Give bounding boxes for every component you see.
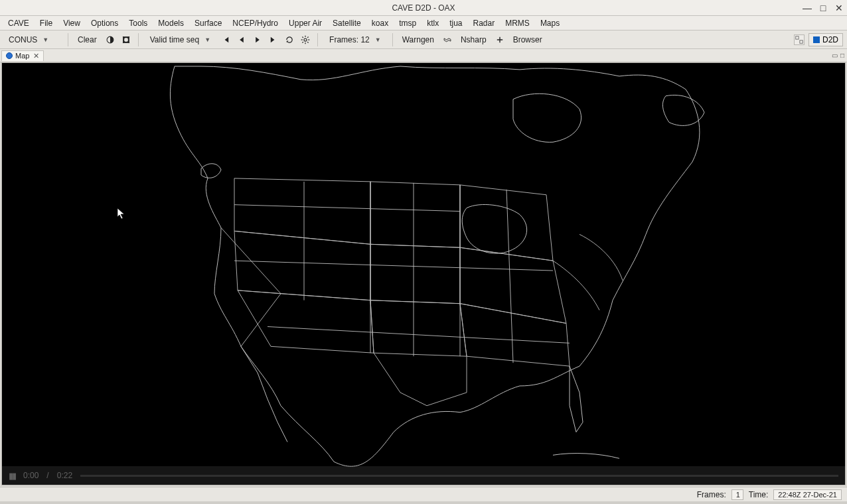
chevron-down-icon: ▼ [42, 36, 48, 43]
close-icon[interactable]: ✕ [834, 3, 844, 13]
chevron-down-icon: ▼ [375, 36, 381, 43]
browser-button[interactable]: Browser [509, 34, 546, 46]
menu-ncep[interactable]: NCEP/Hydro [227, 17, 283, 29]
taskbar-strip [0, 501, 847, 504]
tab-strip: Map ✕ ▭ □ [0, 49, 847, 62]
window-controls: — □ ✕ [802, 3, 844, 13]
menu-tools[interactable]: Tools [123, 17, 153, 29]
time-status-value: 22:48Z 27-Dec-21 [773, 489, 842, 500]
separator [138, 33, 139, 46]
clear-button[interactable]: Clear [74, 34, 101, 46]
menu-koax[interactable]: koax [366, 17, 394, 29]
chevron-down-icon: ▼ [204, 36, 210, 43]
menu-bar: CAVE File View Options Tools Models Surf… [0, 16, 847, 31]
perspective-d2d[interactable]: D2D [809, 33, 843, 46]
loop-icon[interactable] [283, 33, 296, 46]
menu-view[interactable]: View [58, 17, 86, 29]
menu-models[interactable]: Models [153, 17, 189, 29]
video-overlay: ▮▮ 0:00 / 0:22 [2, 466, 845, 485]
map-canvas[interactable] [2, 63, 845, 485]
gear-icon[interactable] [299, 33, 312, 46]
minimize-icon[interactable]: — [802, 3, 812, 13]
frames-status-value: 1 [732, 489, 743, 500]
globe-icon [6, 52, 13, 59]
svg-line-10 [307, 36, 308, 37]
video-progress[interactable] [80, 475, 838, 477]
maximize-icon[interactable]: □ [818, 3, 828, 13]
contrast-icon[interactable] [104, 33, 117, 46]
warngen-button[interactable]: Warngen [398, 34, 438, 46]
skip-end-icon[interactable] [267, 33, 280, 46]
menu-satellite[interactable]: Satellite [327, 17, 366, 29]
time-mode-selector[interactable]: Valid time seq ▼ [144, 33, 216, 46]
window-title: CAVE D2D - OAX [392, 3, 455, 13]
frames-selector[interactable]: Frames: 12 ▼ [323, 33, 387, 46]
menu-cave[interactable]: CAVE [3, 17, 35, 29]
d2d-icon [813, 36, 820, 43]
nsharp-button[interactable]: Nsharp [457, 34, 491, 46]
svg-line-9 [303, 42, 303, 42]
view-controls: ▭ □ [832, 52, 844, 59]
svg-rect-12 [800, 40, 803, 42]
time-mode-label: Valid time seq [150, 35, 199, 44]
maximize-view-icon[interactable]: □ [840, 52, 844, 59]
skip-start-icon[interactable] [219, 33, 232, 46]
menu-surface[interactable]: Surface [189, 17, 227, 29]
perspective-label: D2D [822, 35, 838, 44]
menu-radar[interactable]: Radar [468, 17, 501, 29]
minimize-view-icon[interactable]: ▭ [832, 52, 838, 59]
video-sep: / [46, 471, 48, 480]
pause-icon[interactable]: ▮▮ [9, 471, 15, 481]
tab-map-label: Map [15, 52, 29, 60]
video-total: 0:22 [57, 471, 72, 480]
perspective-switch-icon[interactable] [794, 34, 805, 45]
warngen-icon[interactable] [441, 33, 454, 46]
video-elapsed: 0:00 [23, 471, 38, 480]
menu-tjua[interactable]: tjua [444, 17, 467, 29]
separator [392, 33, 393, 46]
menu-maps[interactable]: Maps [535, 17, 565, 29]
plus-icon[interactable] [493, 33, 506, 46]
map-display[interactable]: ▮▮ 0:00 / 0:22 [1, 62, 846, 485]
svg-line-7 [303, 36, 303, 37]
scale-selector-label: CONUS [9, 35, 37, 44]
tab-close-icon[interactable]: ✕ [33, 52, 39, 60]
svg-point-2 [304, 38, 307, 40]
separator [317, 33, 318, 46]
separator [68, 33, 68, 46]
step-forward-icon[interactable] [251, 33, 264, 46]
scale-selector[interactable]: CONUS ▼ [3, 33, 62, 46]
menu-file[interactable]: File [35, 17, 58, 29]
svg-line-8 [307, 42, 308, 42]
toolbar: CONUS ▼ Clear Valid time seq ▼ [0, 31, 847, 49]
menu-tmsp[interactable]: tmsp [394, 17, 422, 29]
toolbar-right: D2D [794, 33, 843, 46]
frames-status-label: Frames: [697, 490, 726, 499]
svg-rect-13 [2, 63, 845, 485]
fullscreen-icon[interactable] [119, 33, 133, 46]
status-bar: Frames: 1 Time: 22:48Z 27-Dec-21 [0, 487, 847, 501]
step-back-icon[interactable] [235, 33, 248, 46]
frames-label: Frames: 12 [329, 35, 370, 44]
time-status-label: Time: [749, 490, 769, 499]
menu-ktlx[interactable]: ktlx [422, 17, 444, 29]
menu-upperair[interactable]: Upper Air [283, 17, 327, 29]
menu-mrms[interactable]: MRMS [500, 17, 535, 29]
menu-options[interactable]: Options [86, 17, 123, 29]
svg-rect-11 [796, 36, 799, 38]
tab-map[interactable]: Map ✕ [1, 50, 44, 61]
title-bar: CAVE D2D - OAX — □ ✕ [0, 0, 847, 16]
